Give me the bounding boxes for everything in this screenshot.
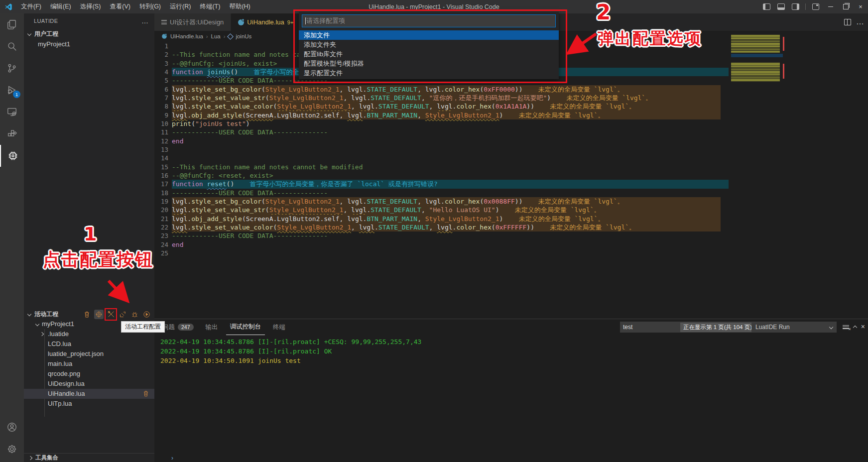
- toggle-panel-icon[interactable]: [777, 3, 785, 10]
- quick-pick-item[interactable]: 配置lib库文件: [299, 49, 559, 59]
- code-line[interactable]: 10print("joinUs test"): [154, 119, 868, 128]
- project-config-tools-icon[interactable]: [106, 310, 116, 319]
- maximize-panel-icon[interactable]: [853, 325, 857, 329]
- split-editor-icon[interactable]: [844, 19, 851, 25]
- menu-item[interactable]: 终端(T): [195, 0, 225, 13]
- filter-input[interactable]: [620, 324, 680, 331]
- project-settings-icon[interactable]: [94, 310, 104, 319]
- toggle-secondary-sidebar-icon[interactable]: [792, 3, 799, 10]
- source-control-icon[interactable]: [0, 57, 24, 79]
- code-line[interactable]: 6lvgl.style_set_bg_color(Style_LvglButto…: [154, 85, 868, 94]
- clear-console-icon[interactable]: [843, 324, 849, 330]
- code-line[interactable]: 17function reset() 首字母小写的全局变量，你是否漏了 `loc…: [154, 180, 868, 188]
- restore-button[interactable]: [838, 0, 853, 13]
- code-line[interactable]: 23------------USER CODE DATA------------…: [154, 231, 868, 240]
- settings-gear-icon[interactable]: [0, 438, 24, 460]
- code-line[interactable]: 8lvgl.style_set_value_color(Style_LvglBu…: [154, 102, 868, 111]
- quick-pick-item[interactable]: 添加文件: [299, 30, 559, 40]
- accounts-icon[interactable]: [0, 416, 24, 438]
- repl-input-row[interactable]: ›: [154, 454, 868, 462]
- file-item-UiTp.lua[interactable]: UiTp.lua: [24, 399, 154, 409]
- menu-item[interactable]: 编辑(E): [46, 0, 76, 13]
- file-item-luatide_project.json[interactable]: luatide_project.json: [24, 349, 154, 359]
- customize-layout-icon[interactable]: [812, 3, 819, 10]
- menu-item[interactable]: 转到(G): [135, 0, 165, 13]
- delete-project-icon[interactable]: [82, 310, 92, 319]
- run-project-icon[interactable]: [142, 310, 151, 319]
- menu-item[interactable]: 运行(R): [165, 0, 195, 13]
- file-item-LCD.lua[interactable]: LCD.lua: [24, 339, 154, 349]
- menu-item[interactable]: 查看(V): [105, 0, 135, 13]
- run-debug-icon[interactable]: 1: [0, 79, 24, 101]
- code-line[interactable]: 22lvgl.style_set_value_color(Style_LvglB…: [154, 223, 868, 231]
- delete-file-icon[interactable]: [142, 390, 149, 397]
- file-item-UiHandle.lua[interactable]: UiHandle.lua: [24, 389, 154, 399]
- vscode-window: 文件(F)编辑(E)选择(S)查看(V)转到(G)运行(R)终端(T)帮助(H)…: [0, 0, 868, 462]
- console-selector[interactable]: LuatIDE Run: [751, 322, 837, 333]
- panel-tab-输出[interactable]: 输出: [202, 320, 222, 335]
- code-line[interactable]: 18------------USER CODE DATA------------…: [154, 189, 868, 197]
- tab-uihandle[interactable]: UiHandle.lua 9+: [231, 13, 300, 31]
- file-item-UiDesign.lua[interactable]: UiDesign.lua: [24, 379, 154, 389]
- file-item-qrcode.png[interactable]: qrcode.png: [24, 369, 154, 379]
- section-active-project[interactable]: 活动工程: [24, 309, 154, 320]
- tooltip-active-project-config: 活动工程配置: [121, 321, 165, 333]
- minimize-button[interactable]: [823, 0, 838, 13]
- debug-project-icon[interactable]: [130, 310, 139, 319]
- file-name: UiTp.lua: [48, 400, 72, 407]
- code-line[interactable]: 7lvgl.style_set_value_str(Style_LvglButt…: [154, 94, 868, 102]
- code-line[interactable]: 16--@@funCfg: <reset, exist>: [154, 171, 868, 180]
- code-line[interactable]: 13: [154, 145, 868, 154]
- panel-tab-终端[interactable]: 终端: [269, 320, 289, 335]
- breadcrumb-item[interactable]: joinUs: [236, 33, 251, 39]
- line-number: 21: [154, 215, 168, 223]
- extensions-icon[interactable]: [0, 123, 24, 145]
- close-panel-icon[interactable]: ×: [861, 323, 865, 331]
- breadcrumb-item[interactable]: UiHandle.lua: [170, 33, 203, 39]
- quick-pick-item[interactable]: 添加文件夹: [299, 40, 559, 49]
- quick-pick-input[interactable]: 请选择配置项: [302, 14, 556, 27]
- panel-tab-调试控制台[interactable]: 调试控制台: [226, 319, 265, 335]
- menu-item[interactable]: 文件(F): [16, 0, 46, 13]
- code-line[interactable]: 25: [154, 249, 868, 257]
- export-project-icon[interactable]: [118, 310, 127, 319]
- toggle-sidebar-icon[interactable]: [763, 3, 770, 10]
- code-line[interactable]: 11------------USER CODE DATA------------…: [154, 128, 868, 136]
- more-actions-icon[interactable]: …: [856, 17, 864, 26]
- user-project-item[interactable]: myProject1: [24, 39, 154, 49]
- code-token: 0xFFFFFF: [496, 224, 527, 231]
- code-token: lvgl: [437, 103, 452, 110]
- code-token: Style_LvglButton2_1: [277, 103, 351, 110]
- minimap[interactable]: [731, 35, 783, 85]
- section-tools[interactable]: 工具集合: [24, 453, 154, 462]
- sidebar-title: LUATIDE: [34, 18, 58, 24]
- code-token: color_hex: [456, 224, 491, 231]
- menu-item[interactable]: 选择(S): [76, 0, 106, 13]
- luatide-chip-icon[interactable]: [0, 145, 25, 167]
- code-line[interactable]: 20lvgl.style_set_value_str(Style_LvglBut…: [154, 206, 868, 214]
- quick-pick-item[interactable]: 配置模块型号/模拟器: [299, 59, 559, 68]
- code-line[interactable]: 24end: [154, 240, 868, 249]
- menu-item[interactable]: 帮助(H): [225, 0, 254, 13]
- explorer-icon[interactable]: [0, 13, 24, 35]
- more-actions-icon[interactable]: …: [141, 17, 148, 25]
- section-user-project[interactable]: 用户工程: [24, 28, 154, 39]
- code-line[interactable]: 21lvgl.obj_add_style(ScreenA.LvglButton2…: [154, 215, 868, 223]
- tab-uidesign[interactable]: UI设计器:UiDesign: [154, 13, 231, 31]
- breadcrumb-item[interactable]: Lua: [211, 33, 221, 39]
- code-line[interactable]: 14: [154, 154, 868, 162]
- code-line[interactable]: 9lvgl.obj_add_style(ScreenA.LvglButton2.…: [154, 111, 868, 119]
- code-text: ------------USER CODE DATA--------------: [172, 189, 328, 197]
- search-icon[interactable]: [0, 35, 24, 57]
- code-line[interactable]: 15--This function name and notes cannot …: [154, 163, 868, 171]
- code-line[interactable]: 12end: [154, 137, 868, 145]
- code-token: )): [526, 224, 534, 231]
- section-label: 用户工程: [34, 30, 58, 38]
- remote-explorer-icon[interactable]: [0, 101, 24, 123]
- code-token: lvgl: [347, 86, 363, 93]
- quick-pick-item[interactable]: 显示配置文件: [299, 68, 559, 78]
- close-button[interactable]: ×: [853, 0, 868, 13]
- code-line[interactable]: 19lvgl.style_set_bg_color(Style_LvglButt…: [154, 197, 868, 206]
- file-item-main.lua[interactable]: main.lua: [24, 359, 154, 369]
- tab-label: UiHandle.lua: [247, 18, 284, 26]
